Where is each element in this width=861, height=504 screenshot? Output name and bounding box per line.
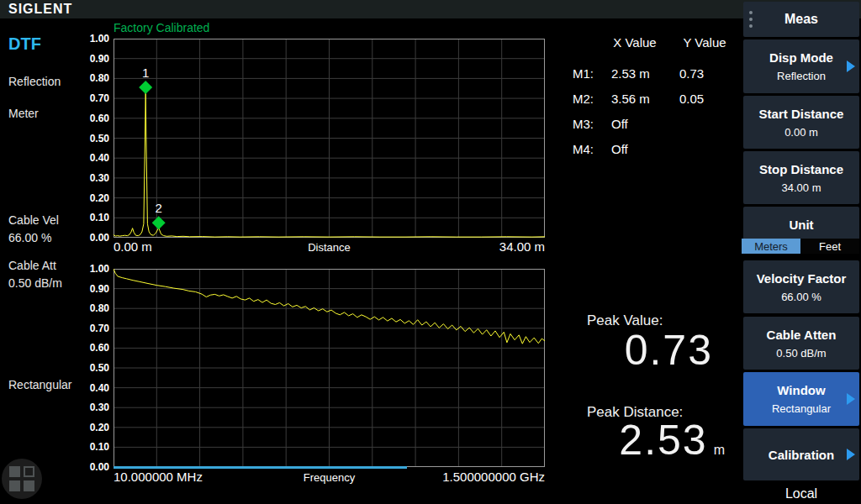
local-status-button[interactable]: Local: [742, 483, 861, 504]
y-tick-label: 0.20: [90, 422, 109, 433]
grid-icon: [9, 480, 20, 491]
y-tick-label: 0.50: [90, 362, 109, 374]
y-tick-label: 0.30: [90, 402, 109, 413]
dtf-chart-plot[interactable]: 12: [114, 39, 545, 238]
unit-toggle: Meters Feet: [742, 239, 859, 254]
unit-option-meters[interactable]: Meters: [742, 239, 800, 254]
marker-x-value: 3.56 m: [611, 92, 650, 106]
y-tick-label: 0.80: [90, 72, 109, 84]
grid-icon: [24, 466, 34, 477]
instrument-screen: SIGLENT DTF Reflection Meter Cable Vel 6…: [0, 0, 861, 504]
y-tick-label: 0.90: [90, 283, 109, 295]
y-tick-label: 0.50: [90, 133, 109, 144]
menu-header-label: Meas: [784, 12, 818, 27]
window-button-label: Window: [777, 383, 825, 397]
velocity-factor-button[interactable]: Velocity Factor 66.00 %: [743, 260, 859, 313]
start-distance-button-label: Start Distance: [759, 107, 844, 121]
y-tick-label: 0.60: [90, 342, 109, 354]
submenu-arrow-icon: [847, 60, 855, 72]
peak-distance-number: 2.53: [619, 416, 707, 465]
disp-mode-status: Reflection: [8, 75, 61, 88]
start-distance-button[interactable]: Start Distance 0.00 m: [743, 96, 859, 149]
cable-atten-button-value: 0.50 dB/m: [776, 347, 826, 360]
home-menu-button[interactable]: [2, 459, 42, 499]
submenu-arrow-icon: [847, 449, 855, 460]
disp-mode-button-value: Reflection: [777, 70, 826, 82]
y-tick-label: 0.70: [90, 323, 109, 334]
freq-chart-plot[interactable]: [114, 269, 545, 467]
drag-handle-icon: [749, 11, 753, 28]
marker-number-label: 2: [156, 201, 162, 215]
grid-icon: [24, 480, 34, 491]
freq-chart-y-axis: 1.000.900.800.700.600.500.400.300.200.10…: [81, 269, 109, 467]
y-tick-label: 0.70: [90, 92, 109, 104]
peak-value-readout: 0.73: [580, 326, 713, 375]
submenu-arrow-icon: [847, 393, 855, 405]
window-button[interactable]: Window Rectangular: [743, 372, 859, 426]
y-tick-label: 0.10: [90, 441, 109, 453]
dtf-chart-y-axis: 1.000.900.800.700.600.500.400.300.200.10…: [81, 39, 109, 238]
mode-label: DTF: [8, 34, 41, 54]
peak-distance-unit: m: [714, 443, 725, 458]
window-status: Rectangular: [8, 378, 72, 391]
cable-att-status-value: 0.50 dB/m: [8, 276, 62, 290]
y-tick-label: 0.00: [90, 232, 109, 244]
cable-vel-status-label: Cable Vel: [8, 213, 59, 227]
unit-option-feet[interactable]: Feet: [800, 239, 859, 254]
stop-distance-button-label: Stop Distance: [759, 162, 843, 176]
grid-icon: [9, 466, 20, 477]
y-tick-label: 0.20: [90, 192, 109, 204]
y-tick-label: 0.80: [90, 302, 109, 314]
siglent-logo: SIGLENT: [8, 2, 72, 17]
marker-y-value: 0.73: [679, 66, 704, 81]
y-tick-label: 0.30: [90, 172, 109, 184]
marker-number-label: 1: [142, 66, 149, 80]
marker-x-value: Off: [611, 142, 628, 156]
y-tick-label: 1.00: [90, 33, 109, 45]
freq-x-end-label: 1.500000000 GHz: [114, 470, 545, 484]
peak-distance-readout: 2.53 m: [555, 416, 725, 465]
y-tick-label: 0.90: [90, 53, 109, 65]
cable-atten-button-label: Cable Atten: [767, 328, 837, 342]
y-tick-label: 1.00: [90, 263, 109, 275]
marker-name: M1:: [573, 66, 594, 81]
start-distance-button-value: 0.00 m: [784, 126, 818, 139]
marker-name: M3:: [573, 117, 594, 131]
disp-mode-button[interactable]: Disp Mode Reflection: [743, 39, 859, 93]
unit-status: Meter: [8, 107, 39, 120]
velocity-factor-button-value: 66.00 %: [781, 291, 821, 303]
marker-x-value: 2.53 m: [611, 66, 650, 81]
marker-col-y-header: Y Value: [671, 35, 738, 50]
y-tick-label: 0.40: [90, 382, 109, 394]
stop-distance-button-value: 34.00 m: [782, 181, 821, 194]
sweep-progress-bar: [114, 466, 407, 469]
dtf-x-end-label: 34.00 m: [114, 239, 545, 254]
marker-diamond-icon: [139, 81, 152, 94]
y-tick-label: 0.40: [90, 152, 109, 164]
unit-button-label: Unit: [789, 218, 813, 232]
y-tick-label: 0.00: [90, 461, 109, 473]
cable-att-status-label: Cable Att: [8, 259, 56, 272]
calibration-button-label: Calibration: [769, 448, 834, 462]
disp-mode-button-label: Disp Mode: [769, 50, 833, 65]
marker-col-x-header: X Value: [601, 35, 668, 50]
marker-name: M2:: [573, 92, 594, 106]
velocity-factor-button-label: Velocity Factor: [757, 271, 847, 286]
marker-x-value: Off: [611, 117, 628, 131]
y-tick-label: 0.10: [90, 212, 109, 223]
menu-header-meas[interactable]: Meas: [743, 2, 859, 37]
calibration-button[interactable]: Calibration: [743, 428, 859, 480]
calibration-status: Factory Calibrated: [114, 21, 209, 34]
cable-atten-button[interactable]: Cable Atten 0.50 dB/m: [743, 317, 859, 370]
top-bar: SIGLENT: [0, 0, 861, 18]
window-button-value: Rectangular: [772, 402, 831, 415]
marker-name: M4:: [573, 142, 594, 156]
cable-vel-status-value: 66.00 %: [8, 231, 51, 244]
marker-y-value: 0.05: [679, 92, 704, 106]
stop-distance-button[interactable]: Stop Distance 34.00 m: [743, 151, 859, 204]
y-tick-label: 0.60: [90, 113, 109, 124]
